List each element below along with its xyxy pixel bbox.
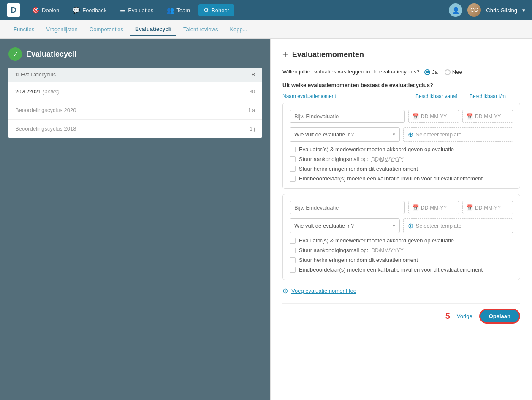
date-from-label-2: DD-MM-YY: [421, 205, 447, 211]
radio-ja[interactable]: Ja: [424, 69, 438, 75]
cb-kalibratie-text-2: Eindbeoordelaar(s) moeten een kalibratie…: [299, 267, 513, 273]
nav-evaluaties-label: Evaluaties: [128, 7, 153, 14]
checkbox-list-1: Evaluator(s) & medewerker moeten akkoord…: [290, 146, 513, 182]
main-layout: ✓ Evaluatiecycli ⇅ Evaluatiecyclus B 202…: [0, 39, 532, 400]
feedback-icon: 💬: [73, 7, 80, 14]
team-icon: 👥: [167, 7, 174, 14]
panel-title: + Evaluatiemomenten: [282, 49, 520, 60]
subnav-functies[interactable]: Functies: [8, 23, 39, 36]
cb-herinneringen-text-1: Stuur herinneringen rondom dit evaluatie…: [299, 166, 513, 172]
row-name: Beoordelingscyclus 2020: [15, 107, 248, 113]
question-text: Willen jullie evaluaties vastleggen in d…: [282, 68, 419, 75]
checkbox-row: Evaluator(s) & medewerker moeten akkoord…: [290, 146, 513, 152]
template-label-1: Selecteer template: [416, 131, 461, 138]
add-moment-link[interactable]: Voeg evaluatiemoment toe: [291, 288, 356, 294]
nav-right-area: 👤 CG Chris Gilsing ▾: [449, 3, 525, 17]
radio-nee-dot: [445, 69, 451, 75]
calendar-icon: 📅: [466, 113, 473, 120]
checkbox-herinneringen-1[interactable]: [290, 166, 296, 172]
evaluator-select-2[interactable]: Wie vult de evaluatie in? ▾: [290, 218, 400, 233]
nav-evaluaties[interactable]: ☰ Evaluaties: [115, 4, 158, 16]
checkbox-kalibratie-1[interactable]: [290, 176, 296, 182]
nav-feedback-label: Feedback: [82, 7, 106, 14]
checkbox-row: Stuur herinneringen rondom dit evaluatie…: [290, 257, 513, 263]
nav-feedback[interactable]: 💬 Feedback: [68, 4, 111, 16]
template-btn-1[interactable]: ⊕ Selecteer template: [403, 127, 513, 142]
add-moment-row[interactable]: ⊕ Voeg evaluatiemoment toe: [282, 287, 520, 295]
cb-kalibratie-text-1: Eindbeoordelaar(s) moeten een kalibratie…: [299, 175, 513, 182]
subnav-evaluatiecycli[interactable]: Evaluatiecycli: [130, 22, 176, 36]
nav-doelen[interactable]: 🎯 Doelen: [27, 4, 64, 16]
table-row[interactable]: Beoordelingscyclus 2018 1 j: [8, 120, 262, 138]
date-to-2[interactable]: 📅 DD-MM-YY: [462, 201, 513, 214]
top-navigation: D 🎯 Doelen 💬 Feedback ☰ Evaluaties 👥 Tea…: [0, 0, 532, 20]
eval-row1: 📅 DD-MM-YY 📅 DD-MM-YY: [290, 110, 513, 123]
checkbox-row: Eindbeoordelaar(s) moeten een kalibratie…: [290, 175, 513, 182]
table-row[interactable]: Beoordelingscyclus 2020 1 a: [8, 101, 262, 120]
user-name: Chris Gilsing: [486, 7, 517, 14]
row-name: 2020/2021 (actief): [15, 88, 250, 95]
vorige-button[interactable]: Vorige: [457, 313, 472, 319]
evaluation-moment-1: 📅 DD-MM-YY 📅 DD-MM-YY Wie vult de evalua…: [282, 103, 520, 189]
row-name: Beoordelingscyclus 2018: [15, 125, 250, 132]
col-b-header: B: [252, 72, 255, 78]
subnav-talentreviews[interactable]: Talent reviews: [178, 23, 223, 36]
page-header: ✓ Evaluatiecycli: [8, 47, 262, 61]
evaluator-select-label-1: Wie vult de evaluatie in?: [294, 131, 354, 138]
date-to-label-2: DD-MM-YY: [475, 205, 501, 211]
calendar-icon: 📅: [412, 113, 419, 120]
date-to-label-1: DD-MM-YY: [475, 114, 501, 120]
evaluator-select-1[interactable]: Wie vult de evaluatie in? ▾: [290, 127, 400, 142]
eval-name-input-1[interactable]: [290, 110, 405, 123]
checkbox-row: Stuur aankondigingsmail op: DD/MM/YYYY: [290, 156, 513, 162]
col-cyclus-header: ⇅ Evaluatiecyclus: [15, 72, 252, 78]
template-plus-icon: ⊕: [408, 131, 413, 139]
checkbox-akkoord-1[interactable]: [290, 147, 296, 152]
question-vastleggen: Willen jullie evaluaties vastleggen in d…: [282, 68, 520, 75]
nav-team[interactable]: 👥 Team: [162, 4, 195, 16]
eval-name-input-2[interactable]: [290, 201, 405, 214]
checkbox-aankondiging-1[interactable]: [290, 156, 296, 162]
beheer-icon: ⚙: [204, 7, 209, 14]
checkbox-kalibratie-2[interactable]: [290, 267, 296, 273]
cb-date-inline-2[interactable]: DD/MM/YYYY: [372, 248, 404, 253]
col-name-header: Naam evaluatiemoment: [282, 93, 412, 99]
template-label-2: Selecteer template: [416, 223, 461, 229]
cb-date-inline-1[interactable]: DD/MM/YYYY: [372, 156, 404, 162]
user-avatar: CG: [467, 3, 481, 17]
template-plus-icon: ⊕: [408, 222, 413, 230]
left-panel: ✓ Evaluatiecycli ⇅ Evaluatiecyclus B 202…: [0, 39, 270, 400]
evaluaties-icon: ☰: [120, 7, 125, 14]
sub-navigation: Functies Vragenlijsten Competenties Eval…: [0, 20, 532, 39]
subnav-vragenlijsten[interactable]: Vragenlijsten: [41, 23, 83, 36]
calendar-icon: 📅: [412, 204, 419, 211]
right-panel: + Evaluatiemomenten Willen jullie evalua…: [270, 39, 532, 400]
plus-icon: +: [282, 49, 288, 60]
cb-aankondiging-text-1: Stuur aankondigingsmail op: DD/MM/YYYY: [299, 156, 513, 162]
checkbox-herinneringen-2[interactable]: [290, 257, 296, 263]
checkbox-aankondiging-2[interactable]: [290, 248, 296, 253]
date-from-2[interactable]: 📅 DD-MM-YY: [408, 201, 459, 214]
radio-group: Ja Nee: [424, 69, 462, 75]
table-row[interactable]: 2020/2021 (actief) 30: [8, 82, 262, 101]
checkbox-row: Evaluator(s) & medewerker moeten akkoord…: [290, 237, 513, 244]
date-to-1[interactable]: 📅 DD-MM-YY: [462, 110, 513, 123]
date-from-1[interactable]: 📅 DD-MM-YY: [408, 110, 459, 123]
nav-beheer[interactable]: ⚙ Beheer: [198, 4, 234, 16]
radio-nee[interactable]: Nee: [445, 69, 462, 75]
nav-doelen-label: Doelen: [42, 7, 59, 14]
checkbox-row: Stuur herinneringen rondom dit evaluatie…: [290, 166, 513, 172]
page-header-icon: ✓: [8, 47, 22, 61]
subnav-koppeling[interactable]: Kopp...: [225, 23, 252, 36]
column-headers: Naam evaluatiemoment Beschikbaar vanaf B…: [282, 93, 520, 99]
eval-row2: Wie vult de evaluatie in? ▾ ⊕ Selecteer …: [290, 127, 513, 142]
panel-footer: 5 Vorige Opslaan: [282, 303, 520, 324]
calendar-icon: 📅: [466, 204, 473, 211]
eval-row2: Wie vult de evaluatie in? ▾ ⊕ Selecteer …: [290, 218, 513, 233]
checkbox-akkoord-2[interactable]: [290, 238, 296, 244]
template-btn-2[interactable]: ⊕ Selecteer template: [403, 218, 513, 233]
opslaan-button[interactable]: Opslaan: [479, 309, 520, 324]
row-count: 1 j: [250, 126, 255, 132]
subnav-competenties[interactable]: Competenties: [84, 23, 128, 36]
radio-ja-label: Ja: [432, 69, 438, 75]
